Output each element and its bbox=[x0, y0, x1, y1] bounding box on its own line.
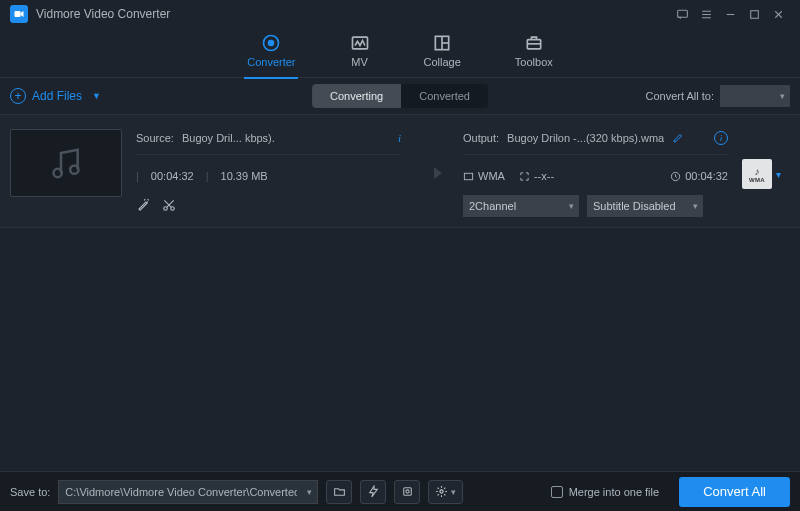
nav-mv[interactable]: MV bbox=[350, 33, 370, 72]
svg-point-27 bbox=[440, 490, 443, 493]
menu-icon[interactable] bbox=[694, 2, 718, 26]
convert-all-to-select[interactable] bbox=[720, 85, 790, 107]
subtitle-select[interactable]: Subtitle Disabled bbox=[587, 195, 703, 217]
channel-select[interactable]: 2Channel bbox=[463, 195, 579, 217]
settings-dropdown[interactable]: ▾ bbox=[428, 480, 463, 504]
music-note-icon bbox=[46, 143, 86, 183]
status-tabs: Converting Converted bbox=[312, 84, 488, 108]
note-icon: ♪ bbox=[755, 166, 760, 177]
convert-all-to-label: Convert All to: bbox=[646, 90, 714, 102]
output-format-badge[interactable]: ♪ WMA bbox=[742, 159, 772, 189]
output-panel: Output: Bugoy Drilon -...(320 kbps).wma … bbox=[463, 129, 728, 217]
nav-toolbox[interactable]: Toolbox bbox=[515, 33, 553, 72]
open-folder-icon[interactable] bbox=[326, 480, 352, 504]
toolbox-icon bbox=[524, 33, 544, 53]
close-icon[interactable] bbox=[766, 2, 790, 26]
svg-rect-1 bbox=[677, 10, 687, 17]
enhance-icon[interactable] bbox=[136, 198, 150, 212]
bottom-bar: Save to: ▾ Merge into one file Convert A… bbox=[0, 471, 800, 511]
checkbox-icon bbox=[551, 486, 563, 498]
format-chevron-icon[interactable]: ▾ bbox=[776, 169, 781, 180]
plus-icon: + bbox=[10, 88, 26, 104]
source-duration: 00:04:32 bbox=[151, 170, 194, 182]
nav-converter[interactable]: Converter bbox=[247, 33, 295, 72]
output-filename: Bugoy Drilon -...(320 kbps).wma bbox=[507, 132, 664, 144]
app-logo-icon bbox=[10, 5, 28, 23]
output-label: Output: bbox=[463, 132, 499, 144]
title-bar: Vidmore Video Converter bbox=[0, 0, 800, 28]
source-meta: | 00:04:32 | 10.39 MB bbox=[136, 165, 401, 187]
source-size: 10.39 MB bbox=[221, 170, 268, 182]
svg-rect-23 bbox=[464, 173, 472, 179]
rename-icon[interactable] bbox=[672, 132, 684, 144]
svg-rect-6 bbox=[750, 10, 758, 18]
mv-icon bbox=[350, 33, 370, 53]
lightning-off-icon[interactable] bbox=[360, 480, 386, 504]
converter-icon bbox=[261, 33, 281, 53]
merge-checkbox[interactable]: Merge into one file bbox=[551, 486, 660, 498]
gear-icon bbox=[435, 485, 448, 498]
source-info-icon[interactable]: i bbox=[398, 132, 401, 144]
source-panel: Source: Bugoy Dril... kbps). i | 00:04:3… bbox=[136, 129, 401, 215]
merge-label: Merge into one file bbox=[569, 486, 660, 498]
tab-converted[interactable]: Converted bbox=[401, 84, 488, 108]
chevron-down-icon: ▼ bbox=[92, 91, 101, 101]
add-files-button[interactable]: + Add Files ▼ bbox=[10, 88, 101, 104]
divider bbox=[136, 154, 401, 155]
source-label: Source: bbox=[136, 132, 174, 144]
svg-point-18 bbox=[70, 166, 78, 174]
collage-icon bbox=[432, 33, 452, 53]
output-resolution: --x-- bbox=[519, 170, 554, 182]
output-format: WMA bbox=[463, 170, 505, 182]
svg-point-26 bbox=[406, 490, 409, 493]
output-info-icon[interactable]: i bbox=[714, 131, 728, 145]
cut-icon[interactable] bbox=[162, 198, 176, 212]
arrow-icon bbox=[415, 129, 449, 185]
svg-point-10 bbox=[269, 41, 274, 46]
source-filename: Bugoy Dril... kbps). bbox=[182, 132, 275, 144]
svg-rect-0 bbox=[15, 11, 21, 17]
feedback-icon[interactable] bbox=[670, 2, 694, 26]
convert-all-button[interactable]: Convert All bbox=[679, 477, 790, 507]
nav-collage[interactable]: Collage bbox=[424, 33, 461, 72]
save-to-label: Save to: bbox=[10, 486, 50, 498]
top-nav: Converter MV Collage Toolbox bbox=[0, 28, 800, 78]
toolbar: + Add Files ▼ Converting Converted Conve… bbox=[0, 78, 800, 114]
format-ext: WMA bbox=[749, 177, 765, 183]
convert-all-to: Convert All to: bbox=[646, 85, 790, 107]
output-duration: 00:04:32 bbox=[670, 170, 728, 182]
save-path-input[interactable] bbox=[58, 480, 318, 504]
maximize-icon[interactable] bbox=[742, 2, 766, 26]
minimize-icon[interactable] bbox=[718, 2, 742, 26]
chevron-down-icon: ▾ bbox=[451, 487, 456, 497]
app-title: Vidmore Video Converter bbox=[36, 7, 170, 21]
tab-converting[interactable]: Converting bbox=[312, 84, 401, 108]
svg-rect-25 bbox=[404, 488, 412, 496]
file-row: Source: Bugoy Dril... kbps). i | 00:04:3… bbox=[0, 114, 800, 228]
gpu-off-icon[interactable] bbox=[394, 480, 420, 504]
add-files-label: Add Files bbox=[32, 89, 82, 103]
file-thumbnail[interactable] bbox=[10, 129, 122, 197]
